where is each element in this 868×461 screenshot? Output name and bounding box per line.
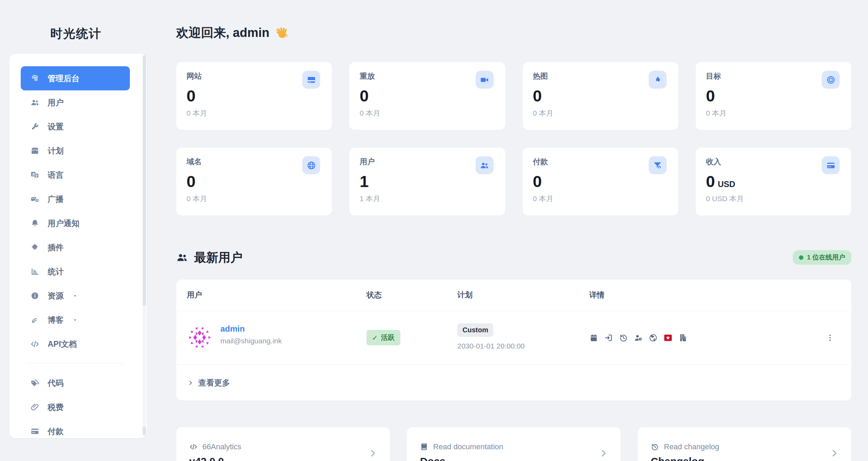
sidebar-item[interactable]: 付款 xyxy=(21,419,130,443)
stat-value: 0 xyxy=(533,88,668,104)
stat-card[interactable]: 收入 0USD 0 USD 本月 xyxy=(696,148,851,216)
globe-icon xyxy=(302,156,320,174)
chevron-right-icon xyxy=(830,449,839,458)
see-more-button[interactable]: 查看更多 xyxy=(176,365,851,401)
user-clock-icon xyxy=(634,333,643,342)
sidebar-item-label: 设置 xyxy=(48,121,64,132)
stat-card[interactable]: 目标 0 0 本月 xyxy=(696,62,851,130)
svg-text:$: $ xyxy=(659,166,660,169)
sidebar-item[interactable]: 税费 xyxy=(21,395,130,419)
sidebar-item[interactable]: 插件 xyxy=(21,235,130,259)
stat-value: 0 xyxy=(533,173,668,189)
svg-text:文: 文 xyxy=(34,174,38,178)
chevron-right-icon xyxy=(599,449,608,458)
stat-value: 1 xyxy=(360,173,495,189)
username-link[interactable]: admin xyxy=(220,324,282,334)
stat-card[interactable]: 热图 0 0 本月 xyxy=(523,62,678,130)
stat-label: 目标 xyxy=(706,71,841,81)
stat-label: 用户 xyxy=(360,157,495,167)
sidebar-item-label: 付款 xyxy=(48,426,64,437)
sidebar-item[interactable]: 管理后台 xyxy=(21,66,130,90)
sidebar-item[interactable]: API文档 xyxy=(21,332,130,356)
stat-card[interactable]: 域名 0 0 本月 xyxy=(176,148,332,216)
footer-card-value: Docs xyxy=(420,455,445,461)
history-icon xyxy=(619,333,628,342)
users-icon xyxy=(176,252,188,263)
plan-expiry: 2030-01-01 20:00:00 xyxy=(457,342,525,350)
tags-icon xyxy=(30,379,40,388)
stats-row-1: 网站 0 0 本月 重放 0 0 本月 热图 0 0 本月 目标 0 0 本月 xyxy=(176,62,851,130)
sidebar-item[interactable]: 博客 xyxy=(21,308,130,332)
sidebar-item[interactable]: A文 语言 xyxy=(21,163,130,187)
sidebar-item[interactable]: 用户 xyxy=(21,90,130,115)
users-icon xyxy=(476,156,494,174)
sidebar-item-label: 资源 xyxy=(48,291,64,301)
sidebar-scrollbar-thumb[interactable] xyxy=(143,55,146,306)
footer-card[interactable]: Read documentation Docs xyxy=(407,427,621,461)
wrench-icon xyxy=(30,122,40,131)
footer-card-label: 66Analytics xyxy=(189,442,241,451)
history-icon xyxy=(651,443,659,451)
code-icon xyxy=(189,443,198,451)
sign-in-icon xyxy=(604,333,613,342)
table-row: admin mail@shiguang.ink ✓ 活跃 Custom 2030… xyxy=(176,311,851,365)
stat-label: 网站 xyxy=(187,71,322,81)
sidebar-item[interactable]: 计划 xyxy=(21,139,130,163)
sidebar-item-label: 广播 xyxy=(48,194,64,205)
stat-sub: 0 本月 xyxy=(533,194,668,204)
user-info: admin mail@shiguang.ink xyxy=(220,324,282,345)
column-header-details: 详情 xyxy=(589,279,604,311)
sidebar-item-label: 语言 xyxy=(48,170,64,180)
plan-badge: Custom xyxy=(457,323,493,337)
stat-value: 0USD xyxy=(706,173,841,189)
ellipsis-v-icon[interactable] xyxy=(826,311,834,364)
stat-sub: 0 本月 xyxy=(533,108,668,118)
funnel-dollar-icon: $ xyxy=(649,156,667,174)
stat-value: 0 xyxy=(187,173,322,189)
broadcast-icon xyxy=(30,195,40,204)
footer-cards: 66Analytics v42.0.0 Read documentation D… xyxy=(176,427,851,461)
sidebar-item[interactable]: 设置 xyxy=(21,115,130,139)
sidebar-item-label: API文档 xyxy=(48,339,77,350)
user-email: mail@shiguang.ink xyxy=(220,337,282,345)
column-header-plan: 计划 xyxy=(457,279,473,311)
flame-icon xyxy=(649,71,667,89)
sidebar-item-label: 用户通知 xyxy=(48,218,79,229)
stat-card[interactable]: 用户 1 1 本月 xyxy=(349,148,505,216)
chevron-right-icon xyxy=(188,380,193,386)
welcome-heading: 欢迎回来, admin xyxy=(176,23,289,42)
stat-sub: 0 本月 xyxy=(187,194,322,204)
sidebar-item[interactable]: 代码 xyxy=(21,371,130,395)
stat-card[interactable]: 网站 0 0 本月 xyxy=(176,62,332,130)
paperclip-icon xyxy=(30,403,40,412)
bullseye-icon xyxy=(822,71,840,89)
check-icon: ✓ xyxy=(372,334,378,342)
sidebar-item-label: 管理后台 xyxy=(48,73,79,84)
stat-label: 收入 xyxy=(706,157,841,167)
stats-icon xyxy=(30,267,40,276)
sidebar-item-label: 税费 xyxy=(48,402,64,413)
fingerprint-icon xyxy=(30,74,40,83)
status-cell: ✓ 活跃 xyxy=(366,311,400,364)
sidebar-item[interactable]: 统计 xyxy=(21,259,130,284)
stat-card[interactable]: 付款 0 0 本月 $ xyxy=(523,148,678,216)
status-badge: ✓ 活跃 xyxy=(366,330,400,345)
footer-card-label: Read documentation xyxy=(420,442,503,451)
sidebar-item-label: 统计 xyxy=(48,266,64,277)
stat-card[interactable]: 重放 0 0 本月 xyxy=(349,62,505,130)
online-users-badge: 1 位在线用户 xyxy=(793,250,851,265)
app-title: 时光统计 xyxy=(50,25,102,42)
stat-value: 0 xyxy=(360,88,495,104)
sidebar-item[interactable]: 资源 xyxy=(21,284,130,308)
translate-icon: A文 xyxy=(30,170,40,179)
sidebar-item[interactable]: 广播 xyxy=(21,187,130,211)
sidebar-divider xyxy=(26,363,124,363)
stat-label: 付款 xyxy=(533,157,668,167)
footer-card[interactable]: 66Analytics v42.0.0 xyxy=(176,427,390,461)
sidebar-item[interactable]: 用户通知 xyxy=(21,211,130,235)
footer-card[interactable]: Read changelog Changelog xyxy=(638,427,851,461)
sidebar-scrollbar-end xyxy=(143,426,146,435)
browser-icon xyxy=(302,71,320,89)
stat-value: 0 xyxy=(187,88,322,104)
globe-africa-icon xyxy=(649,333,658,342)
